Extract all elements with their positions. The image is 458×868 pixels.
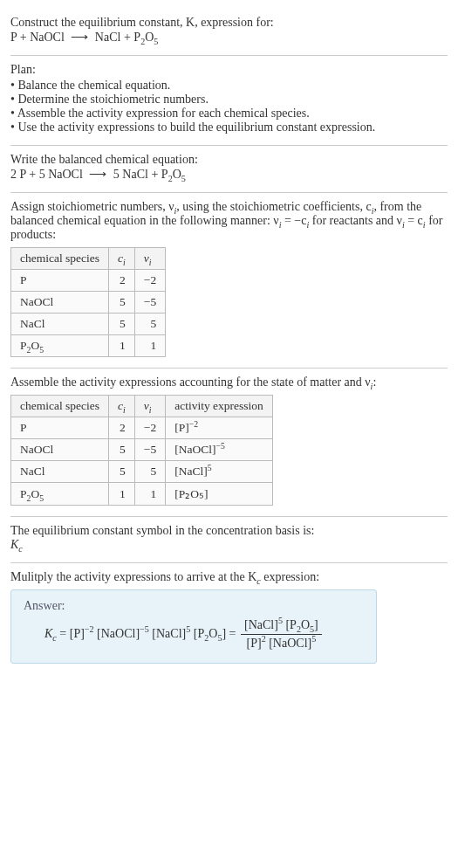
col-activity: activity expression [166,396,273,417]
balanced-section: Write the balanced chemical equation: 2 … [10,146,448,193]
table-row: P2O511[P₂O₅] [11,483,273,506]
multiply-line: Mulitply the activity expressions to arr… [10,570,448,584]
arrow-icon: ⟶ [85,168,110,181]
plan-item: • Determine the stoichiometric numbers. [10,93,448,107]
fraction: [NaCl]5 [P2O5] [P]2 [NaOCl]5 [241,618,322,651]
plan-item: • Balance the chemical equation. [10,79,448,93]
arrow-icon: ⟶ [67,31,92,44]
product-p2o5: P2O5 [133,31,158,44]
table-header-row: chemical species ci νi activity expressi… [11,396,273,417]
activity-text: Assemble the activity expressions accoun… [10,375,448,389]
coef-p2o5: P2O5 [161,168,186,181]
plan-item: • Use the activity expressions to build … [10,121,448,134]
intro-line: Construct the equilibrium constant, K, e… [10,16,448,30]
kc-expression: Kc = [P]−2 [NaOCl]−5 [NaCl]5 [P2O5] = [N… [24,618,364,651]
table-row: NaOCl5−5[NaOCl]−5 [11,439,273,461]
stoich-table: chemical species ci νi P2−2 NaOCl5−5 NaC… [10,247,166,357]
stoich-section: Assign stoichiometric numbers, νi, using… [10,193,448,369]
coef-naocl: 5 NaOCl [39,168,83,181]
col-vi: νi [134,248,165,270]
col-species: chemical species [11,396,109,417]
coef-nacl: 5 NaCl [113,168,148,181]
balanced-equation: 2 P + 5 NaOCl ⟶ 5 NaCl + P2O5 [10,167,448,182]
intro-text: Construct the equilibrium constant, K, e… [10,16,274,29]
plan-section: Plan: • Balance the chemical equation. •… [10,56,448,146]
product-nacl: NaCl [95,31,121,44]
col-ci: ci [109,396,135,417]
answer-label: Answer: [24,599,364,613]
table-row: P2O511 [11,335,166,357]
plan-list: • Balance the chemical equation. • Deter… [10,79,448,134]
col-ci: ci [109,248,135,270]
fraction-denominator: [P]2 [NaOCl]5 [241,635,322,651]
col-species: chemical species [11,248,109,270]
col-vi: νi [134,396,165,417]
kc-symbol-line: The equilibrium constant symbol in the c… [10,524,448,538]
table-row: P2−2[P]−2 [11,417,273,439]
plus: + [120,31,133,44]
fraction-numerator: [NaCl]5 [P2O5] [241,618,322,635]
coef-p: 2 P [10,168,26,181]
table-row: NaOCl5−5 [11,292,166,313]
table-row: P2−2 [11,270,166,292]
table-row: NaCl55 [11,313,166,335]
reactant-naocl: NaOCl [30,31,65,44]
stoich-text: Assign stoichiometric numbers, νi, using… [10,200,448,242]
intro-equation: P + NaOCl ⟶ NaCl + P2O5 [10,30,448,45]
plus: + [17,31,30,44]
plan-item: • Assemble the activity expression for e… [10,107,448,121]
balanced-title: Write the balanced chemical equation: [10,153,448,167]
plan-title: Plan: [10,63,448,77]
answer-box: Answer: Kc = [P]−2 [NaOCl]−5 [NaCl]5 [P2… [10,589,377,664]
kc-symbol: Kc [10,538,448,552]
final-section: Mulitply the activity expressions to arr… [10,563,448,674]
activity-table: chemical species ci νi activity expressi… [10,395,273,506]
table-row: NaCl55[NaCl]5 [11,461,273,483]
kc-symbol-section: The equilibrium constant symbol in the c… [10,517,448,563]
activity-section: Assemble the activity expressions accoun… [10,369,448,517]
table-header-row: chemical species ci νi [11,248,166,270]
intro-section: Construct the equilibrium constant, K, e… [10,9,448,56]
